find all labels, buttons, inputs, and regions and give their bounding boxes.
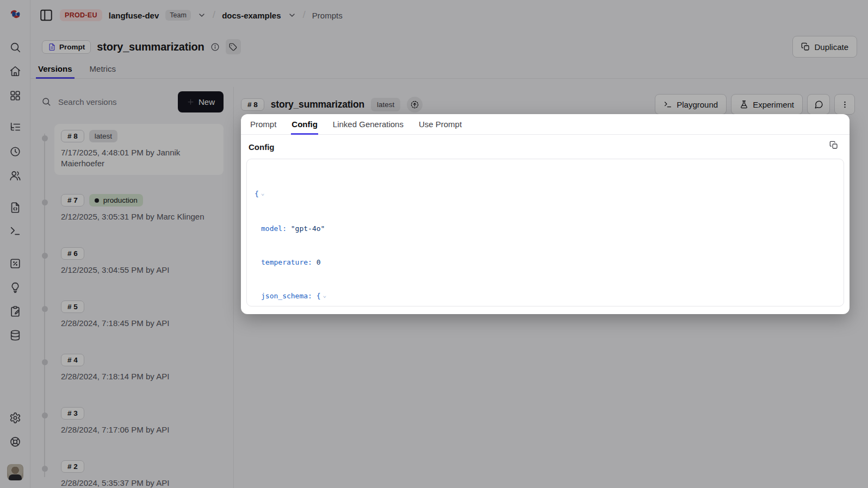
json-value: "gpt-4o" [291,224,325,233]
copy-icon [829,141,838,149]
collapse-chevron-icon[interactable]: ⌄ [259,188,265,199]
tab-linked-generations[interactable]: Linked Generations [332,120,404,134]
json-key: temperature: [261,258,317,266]
collapse-chevron-icon[interactable]: ⌄ [321,290,327,302]
prompt-detail-card: Prompt Config Linked Generations Use Pro… [241,114,850,314]
card-tabs: Prompt Config Linked Generations Use Pro… [241,114,850,135]
tab-use-prompt[interactable]: Use Prompt [418,120,462,134]
config-section-header: Config [241,135,850,158]
tab-config[interactable]: Config [291,120,318,134]
config-json-viewer[interactable]: {⌄ model:"gpt-4o" temperature:0 json_sch… [246,159,844,306]
json-value: 0 [317,258,321,266]
json-key: model: [261,224,291,233]
config-section-title: Config [249,142,274,152]
tab-prompt[interactable]: Prompt [250,120,277,134]
copy-config-button[interactable] [829,141,841,153]
json-key: json_schema: [261,292,317,300]
